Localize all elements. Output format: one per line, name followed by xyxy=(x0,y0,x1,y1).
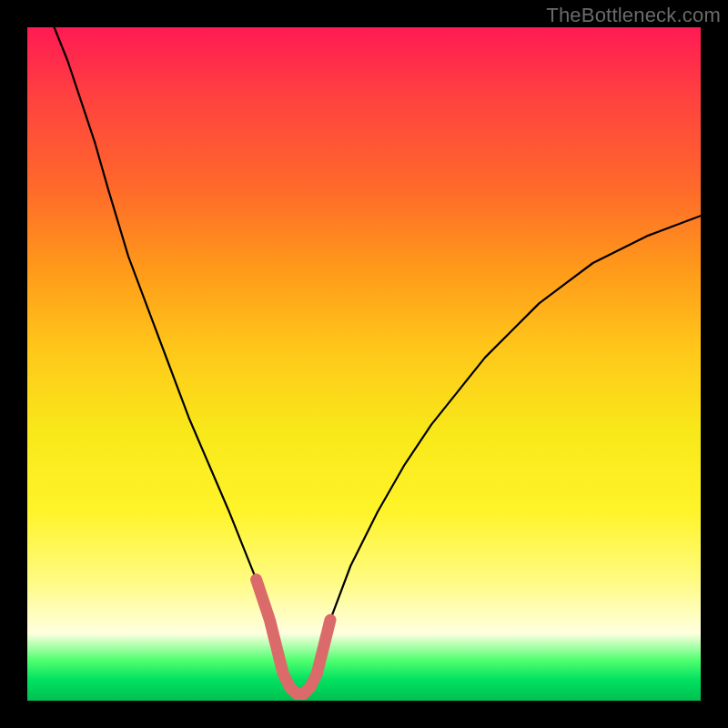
curve-layer xyxy=(27,27,701,701)
chart-frame: TheBottleneck.com xyxy=(0,0,728,728)
plot-area xyxy=(27,27,701,701)
watermark-text: TheBottleneck.com xyxy=(546,4,721,27)
bottleneck-curve xyxy=(55,27,701,694)
optimal-band-marker xyxy=(257,580,330,694)
